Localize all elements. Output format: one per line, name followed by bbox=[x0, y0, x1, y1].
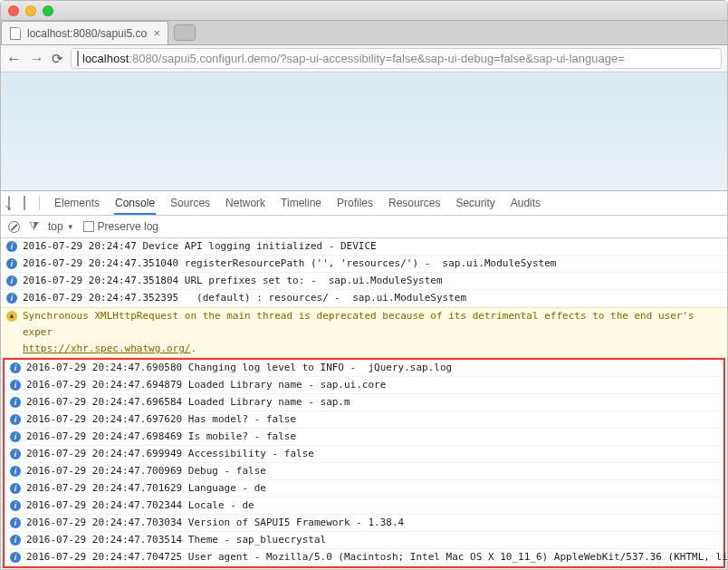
console-row: 2016-07-29 20:24:47 Device API logging i… bbox=[1, 238, 727, 256]
new-tab-button[interactable] bbox=[174, 24, 196, 41]
console-row: 2016-07-29 20:24:47.698469 Is mobile? - … bbox=[5, 429, 723, 446]
console-row: 2016-07-29 20:24:47.697620 Has model? - … bbox=[5, 411, 723, 429]
console-row: 2016-07-29 20:24:47.704725 User agent - … bbox=[5, 549, 723, 566]
console-filterbar: ⧩ top ▼ Preserve log bbox=[1, 216, 727, 238]
clear-console-icon[interactable] bbox=[8, 221, 20, 233]
log-message: 2016-07-29 20:24:47.697620 Has model? - … bbox=[26, 411, 296, 428]
url-host: localhost bbox=[82, 52, 129, 65]
info-icon bbox=[10, 466, 21, 477]
site-info-icon[interactable] bbox=[77, 52, 79, 65]
log-message: 2016-07-29 20:24:47.696584 Loaded Librar… bbox=[26, 394, 350, 411]
tab-close-icon[interactable]: × bbox=[153, 26, 160, 40]
log-message: 2016-07-29 20:24:47 Device API logging i… bbox=[23, 238, 377, 255]
info-icon bbox=[6, 275, 17, 286]
log-message: 2016-07-29 20:24:47.701629 Language - de bbox=[26, 480, 266, 497]
device-mode-icon[interactable] bbox=[24, 197, 25, 209]
context-dropdown[interactable]: top ▼ bbox=[48, 220, 74, 233]
favicon-icon bbox=[9, 27, 22, 40]
checkbox-icon bbox=[83, 221, 94, 232]
log-message: 2016-07-29 20:24:47.694879 Loaded Librar… bbox=[26, 377, 386, 393]
info-icon bbox=[10, 500, 21, 511]
filter-icon[interactable]: ⧩ bbox=[29, 219, 39, 234]
log-message: 2016-07-29 20:24:47.704725 User agent - … bbox=[26, 549, 728, 565]
divider bbox=[39, 196, 40, 210]
reload-button[interactable]: ⟳ bbox=[52, 51, 63, 67]
log-message: 2016-07-29 20:24:47.690580 Changing log … bbox=[26, 360, 452, 376]
info-icon bbox=[10, 517, 21, 528]
console-row: 2016-07-29 20:24:47.351040 registerResou… bbox=[1, 256, 727, 273]
devtools-tab-network[interactable]: Network bbox=[225, 191, 266, 215]
url-path: :8080/sapui5.configurl.demo/?sap-ui-acce… bbox=[129, 52, 624, 65]
devtools-tab-resources[interactable]: Resources bbox=[388, 191, 441, 215]
info-icon bbox=[10, 483, 21, 494]
log-message: 2016-07-29 20:24:47.351804 URL prefixes … bbox=[23, 273, 443, 289]
info-icon bbox=[10, 431, 21, 442]
devtools-tab-elements[interactable]: Elements bbox=[53, 191, 101, 215]
window-titlebar bbox=[1, 1, 727, 21]
console-output: 2016-07-29 20:24:47 Device API logging i… bbox=[1, 238, 727, 570]
console-row: 2016-07-29 20:24:47.701629 Language - de bbox=[5, 480, 723, 498]
log-message: 2016-07-29 20:24:47.352395 (default) : r… bbox=[23, 290, 466, 306]
console-row: 2016-07-29 20:24:47.351804 URL prefixes … bbox=[1, 273, 727, 290]
devtools-tab-security[interactable]: Security bbox=[455, 191, 495, 215]
console-row: 2016-07-29 20:24:47.694879 Loaded Librar… bbox=[5, 377, 723, 394]
tab-title: localhost:8080/sapui5.con bbox=[27, 27, 148, 40]
info-icon bbox=[10, 362, 21, 373]
log-message: 2016-07-29 20:24:47.698469 Is mobile? - … bbox=[26, 429, 296, 445]
preserve-log-checkbox[interactable]: Preserve log bbox=[83, 220, 158, 233]
preserve-log-label: Preserve log bbox=[98, 220, 158, 233]
inspect-element-icon[interactable]: ↘ bbox=[8, 197, 10, 209]
devtools-tabbar: ↘ ElementsConsoleSourcesNetworkTimelineP… bbox=[1, 191, 727, 216]
chevron-down-icon: ▼ bbox=[67, 223, 74, 231]
window-minimize-button[interactable] bbox=[25, 5, 36, 16]
console-row: 2016-07-29 20:24:47.702344 Locale - de bbox=[5, 498, 723, 515]
info-icon bbox=[10, 552, 21, 563]
log-message: 2016-07-29 20:24:47.703034 Version of SA… bbox=[26, 515, 404, 531]
console-row: 2016-07-29 20:24:47.703034 Version of SA… bbox=[5, 515, 723, 532]
devtools-tab-profiles[interactable]: Profiles bbox=[336, 191, 374, 215]
info-icon bbox=[6, 258, 17, 269]
info-icon bbox=[10, 380, 21, 391]
console-row: 2016-07-29 20:24:47.700969 Debug - false bbox=[5, 463, 723, 480]
devtools-tab-timeline[interactable]: Timeline bbox=[280, 191, 322, 215]
log-message: 2016-07-29 20:24:47.351040 registerResou… bbox=[23, 256, 556, 272]
info-icon bbox=[6, 241, 17, 252]
console-row: 2016-07-29 20:24:47.352395 (default) : r… bbox=[1, 290, 727, 307]
address-bar[interactable]: localhost:8080/sapui5.configurl.demo/?sa… bbox=[71, 48, 722, 69]
console-row: 2016-07-29 20:24:47.703514 Theme - sap_b… bbox=[5, 532, 723, 549]
console-row: 2016-07-29 20:24:47.696584 Loaded Librar… bbox=[5, 394, 723, 411]
devtools-tab-audits[interactable]: Audits bbox=[510, 191, 541, 215]
log-message: 2016-07-29 20:24:47.703514 Theme - sap_b… bbox=[26, 532, 326, 548]
log-message: 2016-07-29 20:24:47.702344 Locale - de bbox=[26, 498, 254, 514]
console-row: 2016-07-29 20:24:47.690580 Changing log … bbox=[5, 360, 723, 377]
warning-text: Synchronous XMLHttpRequest on the main t… bbox=[23, 310, 694, 338]
devtools-tab-sources[interactable]: Sources bbox=[169, 191, 211, 215]
page-viewport bbox=[1, 72, 727, 191]
console-row-warning: Synchronous XMLHttpRequest on the main t… bbox=[1, 307, 727, 358]
log-message: 2016-07-29 20:24:47.699949 Accessibility… bbox=[26, 446, 314, 462]
info-icon bbox=[10, 397, 21, 408]
browser-tab[interactable]: localhost:8080/sapui5.con × bbox=[1, 21, 168, 44]
log-message: 2016-07-29 20:24:47.700969 Debug - false bbox=[26, 463, 266, 479]
forward-button[interactable]: → bbox=[29, 50, 44, 68]
back-button[interactable]: ← bbox=[6, 50, 22, 68]
info-icon bbox=[6, 293, 17, 304]
context-label: top bbox=[48, 220, 63, 233]
warning-link[interactable]: https://xhr.spec.whatwg.org/ bbox=[23, 343, 190, 354]
info-icon bbox=[10, 414, 21, 425]
warning-icon bbox=[6, 311, 17, 322]
console-row: 2016-07-29 20:24:47.699949 Accessibility… bbox=[5, 446, 723, 463]
devtools-tab-console[interactable]: Console bbox=[114, 191, 156, 215]
browser-tabstrip: localhost:8080/sapui5.con × bbox=[1, 21, 727, 45]
browser-toolbar: ← → ⟳ localhost:8080/sapui5.configurl.de… bbox=[1, 45, 727, 72]
window-close-button[interactable] bbox=[8, 5, 19, 16]
highlighted-log-group: 2016-07-29 20:24:47.690580 Changing log … bbox=[3, 358, 725, 568]
info-icon bbox=[10, 535, 21, 546]
window-maximize-button[interactable] bbox=[43, 5, 53, 16]
info-icon bbox=[10, 449, 21, 459]
